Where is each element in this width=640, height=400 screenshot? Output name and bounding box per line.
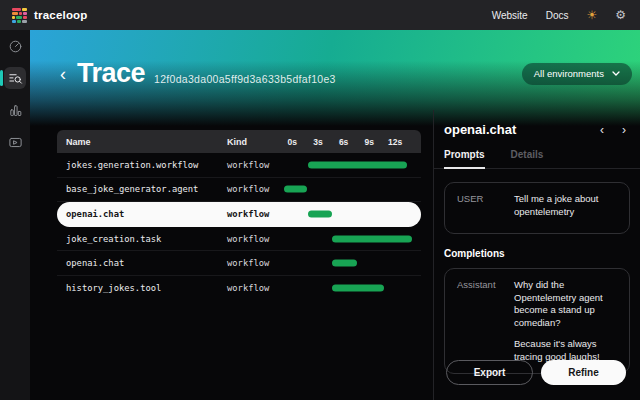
refine-button[interactable]: Refine <box>541 360 626 385</box>
environment-selector-label: All environments <box>534 68 604 79</box>
tab-prompts[interactable]: Prompts <box>444 149 485 169</box>
app-window: traceloop Website Docs ☀ ⚙ ‹ Trace <box>0 0 640 400</box>
top-bar: traceloop Website Docs ☀ ⚙ <box>0 0 640 30</box>
duration-bar <box>308 161 407 168</box>
span-title: openai.chat <box>444 122 516 137</box>
span-timeline-cell <box>277 178 413 202</box>
page-title: Trace <box>77 58 145 89</box>
span-timeline-cell <box>277 227 413 251</box>
sidebar-nav <box>0 30 30 400</box>
span-timeline-cell <box>277 251 413 275</box>
message-text: Tell me a joke about opentelemetry <box>514 193 617 223</box>
span-name-cell: openai.chat <box>57 209 227 219</box>
media-terminal-icon <box>8 135 23 150</box>
timeline-tick: 9s <box>365 137 374 147</box>
traceloop-logo <box>12 8 27 23</box>
timeline-tick: 3s <box>313 137 322 147</box>
duration-bar <box>332 285 384 292</box>
table-row[interactable]: base_joke_generator.agent workflow <box>57 178 421 203</box>
table-row[interactable]: history_jokes.tool workflow <box>57 276 421 301</box>
active-tab-indicator <box>0 70 3 86</box>
duration-bar <box>332 235 412 242</box>
table-row[interactable]: openai.chat workflow <box>57 202 421 227</box>
span-name-cell: base_joke_generator.agent <box>57 184 227 194</box>
message-role: USER <box>457 193 514 223</box>
back-chevron-icon[interactable]: ‹ <box>60 65 66 83</box>
duration-bar <box>284 186 307 193</box>
span-timeline-cell <box>277 202 413 226</box>
span-kind-cell: workflow <box>227 283 277 293</box>
span-kind-cell: workflow <box>227 160 277 170</box>
timeline-tick: 0s <box>287 137 296 147</box>
duration-bar <box>308 210 332 217</box>
column-header-kind: Kind <box>227 137 277 147</box>
span-name-cell: jokes.generation.workflow <box>57 160 227 170</box>
timeline-ticks: 0s3s6s9s12s <box>277 130 413 153</box>
spans-table: Name Kind 0s3s6s9s12s jokes.generation.w… <box>57 130 421 301</box>
completion-text: Why did the Opentelemetry agent become a… <box>514 279 617 363</box>
span-detail-panel: openai.chat ‹ › Prompts Details USER Tel… <box>433 110 640 400</box>
column-header-name: Name <box>57 137 227 147</box>
next-span-chevron-icon[interactable]: › <box>622 124 626 136</box>
panel-actions: Export Refine <box>446 360 626 385</box>
sidebar-item-traces[interactable] <box>4 67 26 89</box>
trace-search-icon <box>8 71 23 86</box>
span-timeline-cell <box>277 153 413 177</box>
settings-gear-icon[interactable]: ⚙ <box>615 9 626 21</box>
detail-tabs: Prompts Details <box>434 149 640 169</box>
completions-heading: Completions <box>444 248 630 259</box>
span-name-cell: openai.chat <box>57 258 227 268</box>
docs-link[interactable]: Docs <box>546 10 569 21</box>
span-name-cell: joke_creation.task <box>57 234 227 244</box>
export-button[interactable]: Export <box>446 360 533 385</box>
trace-id: 12f0da3da00a5ff9d3a633b5dfaf10e3 <box>154 73 336 85</box>
sidebar-item-analytics[interactable] <box>4 99 26 121</box>
timeline-tick: 6s <box>339 137 348 147</box>
website-link[interactable]: Website <box>492 10 528 21</box>
span-kind-cell: workflow <box>227 184 277 194</box>
completion-message-card: Assistant Why did the Opentelemetry agen… <box>444 268 630 374</box>
span-kind-cell: workflow <box>227 234 277 244</box>
chevron-down-icon <box>612 71 620 76</box>
brand-name: traceloop <box>34 9 88 21</box>
span-timeline-cell <box>277 276 413 301</box>
sidebar-item-dashboard[interactable] <box>4 35 26 57</box>
gauge-icon <box>8 39 23 54</box>
table-row[interactable]: openai.chat workflow <box>57 251 421 276</box>
top-bar-links: Website Docs ☀ ⚙ <box>492 9 628 21</box>
environment-selector[interactable]: All environments <box>522 63 632 85</box>
prev-span-chevron-icon[interactable]: ‹ <box>600 124 604 136</box>
table-row[interactable]: jokes.generation.workflow workflow <box>57 153 421 178</box>
span-kind-cell: workflow <box>227 209 277 219</box>
main-area: ‹ Trace 12f0da3da00a5ff9d3a633b5dfaf10e3… <box>30 30 640 400</box>
completion-role: Assistant <box>457 279 514 363</box>
bar-chart-icon <box>8 103 23 118</box>
theme-sun-icon[interactable]: ☀ <box>586 9 597 21</box>
timeline-tick: 12s <box>388 137 402 147</box>
tab-details[interactable]: Details <box>511 149 544 168</box>
table-row[interactable]: joke_creation.task workflow <box>57 227 421 252</box>
spans-table-header: Name Kind 0s3s6s9s12s <box>57 130 421 153</box>
duration-bar <box>332 260 357 267</box>
sidebar-item-playground[interactable] <box>4 131 26 153</box>
trace-rows: jokes.generation.workflow workflow base_… <box>57 153 421 301</box>
span-kind-cell: workflow <box>227 258 277 268</box>
span-name-cell: history_jokes.tool <box>57 283 227 293</box>
prompt-message-card: USER Tell me a joke about opentelemetry <box>444 182 630 234</box>
